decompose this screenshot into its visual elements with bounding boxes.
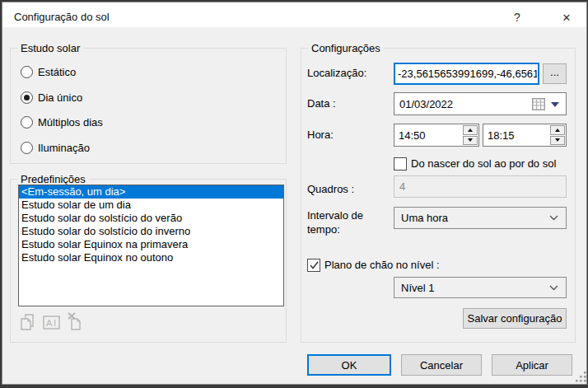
interval-select[interactable]: Uma hora [394,207,567,229]
resize-grip[interactable] [576,372,586,385]
radio-circle [21,142,33,154]
check-icon [310,261,319,269]
apply-button[interactable]: Aplicar [492,354,572,376]
svg-text:A: A [46,318,53,328]
ellipsis-icon: ... [550,66,559,78]
ok-label: OK [342,359,357,372]
cancel-label: Cancelar [420,359,463,372]
location-label: Localização: [307,67,366,80]
dialog-title: Configuração do sol [14,11,110,23]
save-settings-button[interactable]: Salvar configuração [463,308,567,329]
calendar-icon [532,98,545,110]
radio-label: Iluminação [38,142,90,154]
delete-preset-button[interactable] [67,311,86,331]
arrow-up-icon [555,129,560,132]
date-label: Data : [307,97,336,110]
apply-label: Aplicar [516,359,548,372]
ok-button[interactable]: OK [307,354,391,376]
frames-input[interactable] [394,175,567,198]
arrow-down-icon [555,138,560,142]
chevron-down-icon [549,215,558,221]
level-select[interactable]: Nível 1 [394,277,567,298]
radio-label: Múltiplos dias [38,116,103,129]
sunrise-sunset-row[interactable]: Do nascer do sol ao por do sol [394,157,556,171]
duplicate-icon [19,313,38,332]
radio-circle-selected [21,91,33,104]
calendar-dropdown-arrow [551,102,559,107]
help-icon: ? [514,11,520,24]
presets-listbox[interactable]: <Em-sessão, um dia> Estudo solar de um d… [18,185,284,306]
radio-dia-unico[interactable]: Dia único [21,91,82,104]
list-item[interactable]: Estudo solar do solstício do inverno [19,225,283,238]
sunrise-sunset-checkbox[interactable] [394,157,407,171]
browse-location-button[interactable]: ... [543,63,567,84]
start-time-value: 14:50 [394,124,462,146]
presets-group-label: Predefinições [17,173,89,185]
svg-text:I: I [54,318,56,328]
title-bar[interactable]: Configuração do sol ? ✕ [2,2,586,27]
list-item[interactable]: <Em-sessão, um dia> [19,185,283,199]
arrow-down-icon [468,138,473,142]
radio-label: Dia único [38,91,82,104]
interval-label: Intervalo de tempo: [307,208,385,236]
arrow-up-icon [468,129,473,132]
ground-plane-row[interactable]: Plano de chão no nível : [307,259,440,272]
ground-plane-checkbox[interactable] [307,259,320,272]
sun-settings-dialog-screen: Configuração do sol ? ✕ Estudo solar Est… [0,0,588,388]
radio-multiplos-dias[interactable]: Múltiplos dias [21,116,103,129]
solar-study-group-label: Estudo solar [17,42,83,54]
duplicate-preset-button[interactable] [19,313,39,333]
settings-group-label: Configurações [308,42,384,54]
start-time-spinner[interactable]: 14:50 [394,124,479,147]
cancel-button[interactable]: Cancelar [401,354,482,376]
interval-value: Uma hora [394,212,549,224]
resize-grip-icon [576,372,586,382]
close-button[interactable]: ✕ [553,5,581,30]
rename-icon: A I [43,315,61,331]
delete-icon [67,311,85,331]
rename-preset-button[interactable]: A I [43,315,63,334]
date-value: 01/03/2022 [394,98,453,110]
date-picker[interactable]: 01/03/2022 [394,92,567,115]
radio-circle [21,66,33,78]
level-value: Nível 1 [394,282,549,294]
start-time-down-button[interactable] [463,136,478,146]
frames-label: Quadros : [307,183,354,196]
radio-estatico[interactable]: Estático [21,66,76,78]
radio-circle [21,116,33,129]
ground-plane-label: Plano de chão no nível : [324,259,440,272]
list-item[interactable]: Estudo solar Equinox no outono [19,251,283,264]
list-item[interactable]: Estudo solar de um dia [19,199,283,212]
help-button[interactable]: ? [503,5,531,30]
end-time-down-button[interactable] [550,136,565,146]
location-input[interactable] [394,63,539,85]
sunrise-sunset-label: Do nascer do sol ao por do sol [411,157,556,171]
end-time-value: 18:15 [483,124,549,146]
close-icon: ✕ [562,12,572,24]
time-label: Hora: [307,129,334,142]
list-item[interactable]: Estudo solar do solstício do verão [19,212,283,225]
chevron-down-icon [549,285,558,291]
radio-label: Estático [38,66,76,78]
radio-iluminacao[interactable]: Iluminação [21,142,90,154]
end-time-spinner[interactable]: 18:15 [483,124,567,147]
list-item[interactable]: Estudo solar Equinox na primavera [19,238,283,251]
start-time-up-button[interactable] [463,125,478,135]
end-time-up-button[interactable] [550,125,565,135]
save-settings-label: Salvar configuração [468,312,562,325]
